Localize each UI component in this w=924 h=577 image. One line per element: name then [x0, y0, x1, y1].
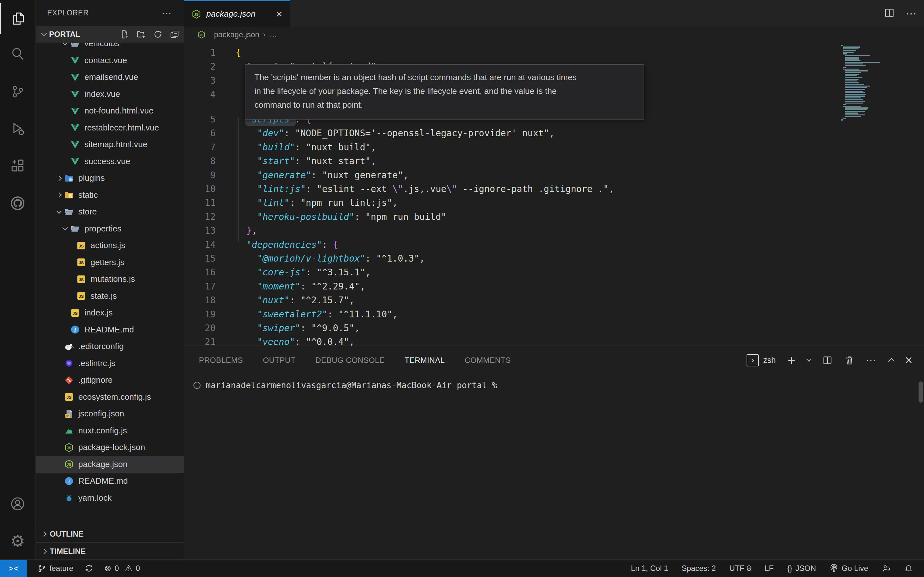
minimap-line: [841, 74, 882, 75]
split-terminal-icon[interactable]: [822, 355, 833, 366]
line-number: 10: [184, 182, 216, 196]
terminal-content[interactable]: marianadelcarmenolivasgarcia@Marianas-Ma…: [194, 380, 497, 390]
section-outline[interactable]: OUTLINE: [36, 525, 184, 542]
code-line-21: 21"veeno": "^0.0.4",: [184, 335, 924, 346]
breadcrumb-more[interactable]: …: [270, 30, 277, 39]
activity-source-control-icon[interactable]: [0, 76, 35, 107]
tab-package-json[interactable]: JS package.json ×: [184, 0, 290, 27]
tree-file-jsconfig.json[interactable]: JSjsconfig.json: [36, 405, 184, 422]
minimap-line: [841, 75, 882, 76]
panel-tab-problems[interactable]: PROBLEMS: [199, 356, 243, 365]
tree-file-emailsend.vue[interactable]: emailsend.vue: [36, 69, 184, 85]
section-timeline[interactable]: TIMELINE: [36, 542, 184, 560]
panel-more-icon[interactable]: ⋯: [866, 354, 877, 366]
sync-icon[interactable]: [84, 564, 94, 573]
code-line-17: 17"moment": "^2.29.4",: [184, 279, 924, 293]
notifications-bell-icon[interactable]: [904, 564, 913, 573]
panel-tab-comments[interactable]: COMMENTS: [465, 356, 511, 365]
breadcrumb[interactable]: JS package.json › …: [184, 27, 924, 43]
tree-file-.editorconfig[interactable]: .editorconfig: [36, 338, 184, 355]
kill-terminal-icon[interactable]: [844, 355, 855, 366]
tree-file-sitemap.html.vue[interactable]: sitemap.html.vue: [36, 136, 184, 153]
activity-account-icon[interactable]: [0, 488, 35, 519]
tree-item-label: ecosystem.config.js: [78, 392, 151, 402]
language-indicator[interactable]: {}JSON: [787, 564, 816, 573]
tree-file-package-lock.json[interactable]: JSpackage-lock.json: [36, 439, 184, 456]
chevron-down-icon: [60, 43, 70, 45]
problems-indicator[interactable]: ⊗0⚠0: [104, 563, 140, 574]
branch-indicator[interactable]: feature: [37, 564, 73, 573]
indentation-indicator[interactable]: Spaces: 2: [682, 564, 716, 573]
minimap-line: [841, 69, 882, 69]
eol-indicator[interactable]: LF: [764, 564, 774, 573]
encoding-indicator[interactable]: UTF-8: [729, 564, 751, 573]
panel-scrollbar[interactable]: [919, 382, 923, 403]
editor-more-icon[interactable]: ⋯: [906, 7, 918, 20]
minimap-line: [841, 99, 882, 100]
tree-file-yarn.lock[interactable]: yarn.lock: [36, 490, 184, 506]
refresh-icon[interactable]: [153, 29, 163, 39]
new-folder-icon[interactable]: [136, 29, 146, 39]
activity-search-icon[interactable]: [0, 39, 35, 69]
tree-file-nuxt.config.js[interactable]: nuxt.config.js: [36, 422, 184, 439]
tree-file-index.js[interactable]: JSindex.js: [36, 304, 184, 321]
go-live-button[interactable]: Go Live: [829, 564, 868, 573]
project-section-header[interactable]: PORTAL: [36, 26, 184, 43]
activity-run-debug-icon[interactable]: [0, 113, 35, 144]
minimap-line: [841, 113, 882, 113]
tree-file-readme.md[interactable]: iREADME.md: [36, 321, 184, 338]
tree-folder-vehiculos[interactable]: vehiculos: [36, 43, 184, 52]
tree-file-contact.vue[interactable]: contact.vue: [36, 52, 184, 69]
tree-folder-plugins[interactable]: plugins: [36, 169, 184, 187]
minimap-line: [841, 57, 882, 58]
tree-file-.eslintrc.js[interactable]: .eslintrc.js: [36, 355, 184, 372]
tree-file-mutations.js[interactable]: JSmutations.js: [36, 271, 184, 287]
tree-file-index.vue[interactable]: index.vue: [36, 85, 184, 103]
split-editor-icon[interactable]: [884, 7, 895, 19]
folder-icon: [70, 43, 80, 48]
tree-file-getters.js[interactable]: JSgetters.js: [36, 254, 184, 271]
activity-explorer-icon[interactable]: [0, 3, 35, 34]
cursor-position[interactable]: Ln 1, Col 1: [631, 564, 668, 573]
tree-file-not-found.html.vue[interactable]: not-found.html.vue: [36, 102, 184, 119]
panel-tab-output[interactable]: OUTPUT: [263, 356, 296, 365]
tree-folder-properties[interactable]: properties: [36, 220, 184, 237]
maximize-panel-icon[interactable]: [889, 358, 893, 363]
panel-tab-terminal[interactable]: TERMINAL: [405, 356, 445, 365]
tree-folder-store[interactable]: store: [36, 203, 184, 220]
tab-close-icon[interactable]: ×: [276, 8, 282, 20]
remote-indicator[interactable]: ><: [0, 560, 27, 577]
collapse-all-icon[interactable]: [170, 29, 179, 39]
tree-item-label: .editorconfig: [78, 342, 124, 351]
section-label: OUTLINE: [50, 530, 83, 538]
tree-file-actions.js[interactable]: JSactions.js: [36, 237, 184, 254]
activity-settings-icon[interactable]: ⚙: [0, 526, 35, 556]
new-file-icon[interactable]: [120, 29, 129, 39]
feedback-icon[interactable]: [882, 564, 891, 573]
tree-file-ecosystem.config.js[interactable]: JSecosystem.config.js: [36, 388, 184, 406]
close-panel-icon[interactable]: ×: [905, 353, 913, 367]
tree-folder-static[interactable]: static: [36, 187, 184, 203]
shell-name[interactable]: zsh: [771, 356, 776, 365]
activity-extensions-icon[interactable]: [0, 151, 35, 181]
tree-file-restablecer.html.vue[interactable]: restablecer.html.vue: [36, 119, 184, 136]
terminal-dropdown-icon[interactable]: [807, 358, 811, 362]
tree-file-package.json[interactable]: JSpackage.json: [36, 456, 184, 473]
svg-text:JS: JS: [66, 414, 69, 417]
code-text: "sweetalert2": "^11.1.10",: [257, 308, 397, 322]
explorer-more-icon[interactable]: ⋯: [162, 7, 172, 19]
tree-item-label: contact.vue: [84, 55, 127, 65]
breadcrumb-file[interactable]: package.json: [214, 30, 259, 39]
tree-file-readme.md[interactable]: iREADME.md: [36, 472, 184, 490]
code-editor[interactable]: 1{2"name": "portalfrontend",345"scripts"…: [184, 43, 924, 346]
panel-tab-debug-console[interactable]: DEBUG CONSOLE: [315, 356, 384, 365]
tree-file-success.vue[interactable]: success.vue: [36, 153, 184, 170]
code-line-10: 10"lint:js": "eslint --ext \".js,.vue\" …: [184, 182, 924, 196]
minimap[interactable]: [841, 45, 882, 179]
terminal-shell-icon[interactable]: ›: [746, 354, 759, 366]
tree-file-.gitignore[interactable]: .gitignore: [36, 372, 184, 388]
line-number: 8: [184, 154, 216, 168]
new-terminal-icon[interactable]: +: [787, 353, 796, 367]
tree-file-state.js[interactable]: JSstate.js: [36, 287, 184, 305]
activity-github-icon[interactable]: [0, 188, 35, 219]
